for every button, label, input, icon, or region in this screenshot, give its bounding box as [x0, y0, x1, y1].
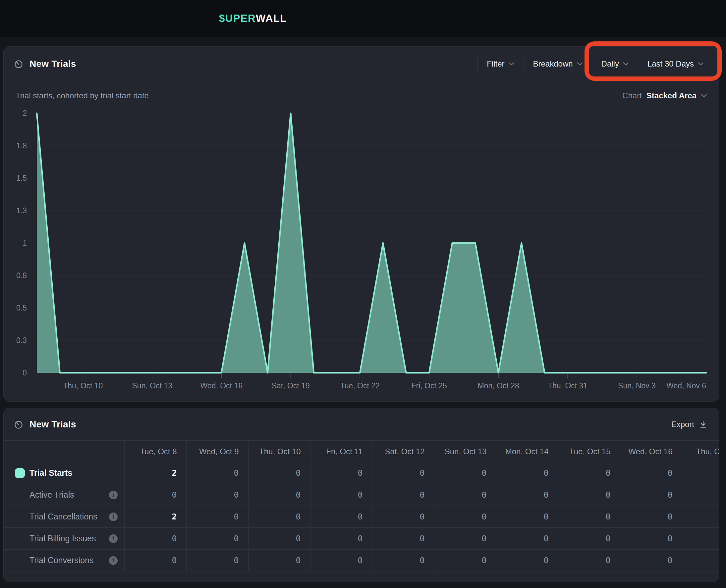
- row-label: Active Trials: [29, 490, 74, 500]
- value-cell: [682, 550, 719, 571]
- info-icon[interactable]: i: [109, 512, 118, 521]
- export-button[interactable]: Export: [671, 420, 707, 429]
- value-cell: 0: [248, 462, 310, 484]
- value-cell: 0: [124, 528, 186, 550]
- value-cell: 0: [248, 484, 310, 506]
- chart-type-value: Stacked Area: [646, 91, 697, 100]
- chart-subtitle: Trial starts, cohorted by trial start da…: [16, 91, 149, 100]
- timer-icon: [14, 419, 23, 429]
- value-cell: 0: [186, 462, 248, 484]
- value-cell: 0: [558, 550, 620, 571]
- value-cell: 0: [186, 550, 248, 571]
- value-cell: 0: [310, 462, 372, 484]
- value-cell: 0: [310, 528, 372, 550]
- value-cell: 0: [496, 484, 558, 506]
- table-row: Trial Starts200000000: [4, 462, 719, 484]
- value-cell: 0: [434, 506, 496, 528]
- y-axis-tick-label: 0.8: [16, 271, 27, 280]
- legend-swatch: [15, 468, 25, 478]
- info-icon[interactable]: i: [109, 534, 118, 543]
- x-axis-tick-label: Wed, Nov 6: [666, 381, 706, 390]
- value-cell: 0: [248, 528, 310, 550]
- y-axis-tick-label: 0.3: [16, 336, 27, 345]
- info-icon[interactable]: i: [109, 556, 118, 565]
- value-cell: 0: [558, 528, 620, 550]
- x-axis-tick-label: Sun, Oct 13: [132, 381, 172, 390]
- new-trials-chart-panel: 00.30.50.811.31.51.82Thu, Oct 10Sun, Oct…: [3, 46, 719, 402]
- breakdown-dropdown[interactable]: Breakdown: [524, 55, 592, 73]
- row-label: Trial Starts: [29, 468, 72, 478]
- value-cell: 0: [310, 506, 372, 528]
- x-axis-tick-label: Mon, Oct 28: [478, 381, 519, 390]
- page-title: New Trials: [29, 59, 76, 69]
- value-cell: 0: [434, 462, 496, 484]
- value-cell: 0: [310, 484, 372, 506]
- value-cell: 0: [620, 550, 682, 571]
- value-cell: 0: [186, 506, 248, 528]
- breakdown-label: Breakdown: [533, 59, 573, 68]
- row-label-cell: Active Trialsi: [4, 484, 124, 506]
- row-label: Trial Conversions: [29, 555, 94, 565]
- table-row: Trial Billing Issuesi000000000: [4, 528, 719, 550]
- value-cell: 0: [558, 506, 620, 528]
- column-header-1: Tue, Oct 8: [124, 441, 186, 462]
- export-label: Export: [671, 420, 694, 429]
- timer-icon: [14, 59, 23, 69]
- top-bar: $UPERWALL: [0, 0, 726, 37]
- y-axis-tick-label: 1: [22, 239, 27, 247]
- table-corner-cell: [4, 441, 124, 462]
- chevron-down-icon: [509, 62, 514, 66]
- date-range-dropdown[interactable]: Last 30 Days: [638, 55, 713, 73]
- table-row: Trial Conversionsi000000000: [4, 550, 719, 571]
- new-trials-table: Tue, Oct 8Wed, Oct 9Thu, Oct 10Fri, Oct …: [4, 441, 719, 571]
- granularity-dropdown[interactable]: Daily: [592, 55, 638, 73]
- x-axis-tick-label: Sun, Nov 3: [618, 381, 656, 390]
- column-header-6: Sun, Oct 13: [434, 441, 496, 462]
- value-cell: 0: [124, 484, 186, 506]
- row-label-cell: Trial Cancellationsi: [4, 506, 124, 528]
- x-axis-tick-label: Sat, Oct 19: [272, 381, 310, 390]
- download-icon: [699, 420, 707, 429]
- value-cell: 0: [434, 484, 496, 506]
- x-axis-tick-label: Fri, Oct 25: [411, 381, 447, 390]
- x-axis-tick-label: Wed, Oct 16: [200, 381, 243, 390]
- value-cell: 0: [620, 506, 682, 528]
- row-label: Trial Billing Issues: [29, 534, 96, 543]
- value-cell: 0: [310, 550, 372, 571]
- x-axis-tick-label: Thu, Oct 31: [548, 381, 587, 390]
- info-icon[interactable]: i: [109, 491, 118, 499]
- superwall-logo[interactable]: $UPERWALL: [219, 0, 287, 37]
- chart-panel-header: New Trials Filter Breakdown Daily Last 3…: [4, 47, 719, 81]
- value-cell: 0: [558, 484, 620, 506]
- value-cell: 0: [372, 550, 434, 571]
- logo-suffix: WALL: [256, 13, 287, 24]
- column-header-2: Wed, Oct 9: [186, 441, 248, 462]
- table-row: Trial Cancellationsi200000000: [4, 506, 719, 528]
- column-header-8: Tue, Oct 15: [558, 441, 620, 462]
- column-header-7: Mon, Oct 14: [496, 441, 558, 462]
- chevron-down-icon: [698, 62, 704, 66]
- y-axis-tick-label: 1.8: [16, 141, 27, 150]
- x-axis-tick-label: Thu, Oct 10: [63, 381, 103, 390]
- x-axis-tick-label: Tue, Oct 22: [340, 381, 380, 390]
- new-trials-table-panel: New Trials Export Tue, Oct 8Wed, Oct 9Th…: [3, 408, 719, 582]
- value-cell: 0: [124, 550, 186, 571]
- value-cell: 0: [558, 462, 620, 484]
- column-header-10: Thu, Oct 17: [682, 441, 719, 462]
- value-cell: 0: [620, 484, 682, 506]
- filter-dropdown[interactable]: Filter: [478, 55, 523, 73]
- value-cell: 0: [620, 462, 682, 484]
- value-cell: 2: [124, 506, 186, 528]
- column-header-4: Fri, Oct 11: [310, 441, 372, 462]
- column-header-5: Sat, Oct 12: [372, 441, 434, 462]
- value-cell: 0: [372, 462, 434, 484]
- chart-type-selector[interactable]: Chart Stacked Area: [622, 91, 707, 100]
- value-cell: [682, 506, 719, 528]
- value-cell: 0: [186, 484, 248, 506]
- value-cell: 2: [124, 462, 186, 484]
- table-row: Active Trialsi000000000: [4, 484, 719, 506]
- value-cell: [682, 484, 719, 506]
- y-axis-tick-label: 0.5: [16, 303, 27, 312]
- column-header-3: Thu, Oct 10: [248, 441, 310, 462]
- value-cell: 0: [372, 484, 434, 506]
